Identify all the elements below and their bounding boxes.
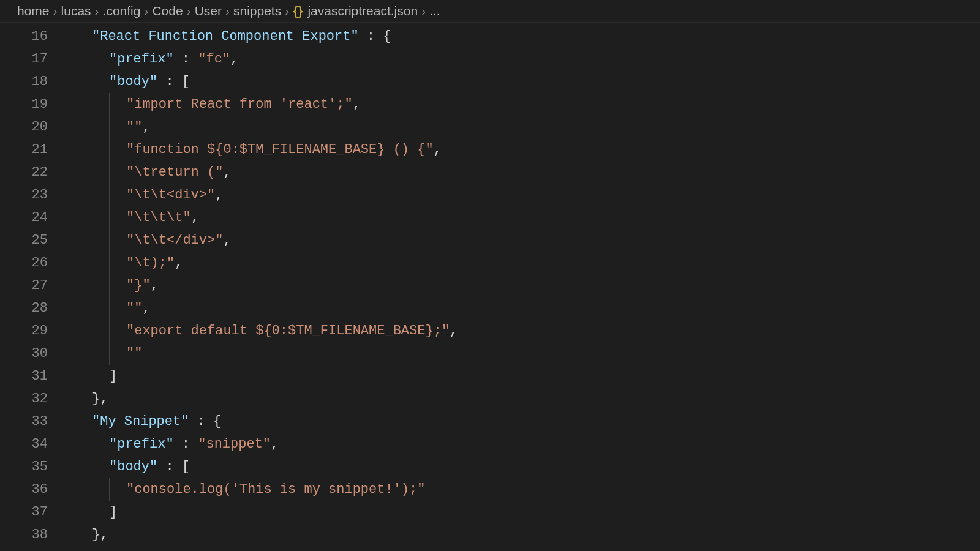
token-key: "My Snippet" [92, 410, 189, 433]
indent-guide [75, 48, 92, 70]
code-line[interactable]: }, [75, 388, 458, 410]
code-line[interactable]: "}", [75, 274, 458, 297]
indent-guide [109, 161, 126, 184]
token-str: "" [126, 297, 142, 320]
indent-guide [92, 206, 109, 229]
indent-guide [109, 93, 126, 116]
indent-guide [92, 320, 109, 342]
indent-guide [109, 274, 126, 297]
indent-guide [92, 365, 109, 388]
chevron-right-icon: › [95, 4, 99, 18]
token-str: "function ${0:$TM_FILENAME_BASE} () {" [126, 138, 434, 161]
indent-guide [109, 478, 126, 501]
token-punc: , [151, 274, 159, 297]
indent-guide [75, 252, 92, 274]
line-number: 37 [0, 501, 48, 523]
breadcrumb-item[interactable]: lucas [61, 4, 91, 18]
indent-guide [92, 138, 109, 161]
token-punc: : [157, 455, 182, 478]
code-line[interactable]: "export default ${0:$TM_FILENAME_BASE};"… [75, 320, 458, 342]
line-number: 31 [0, 365, 48, 388]
token-punc: : [157, 70, 182, 93]
breadcrumb-symbol[interactable]: ... [429, 4, 440, 18]
code-line[interactable]: "" [75, 342, 458, 365]
indent-guide [75, 229, 92, 252]
indent-guide [109, 206, 126, 229]
token-str: "export default ${0:$TM_FILENAME_BASE};" [126, 320, 450, 342]
code-line[interactable]: "\treturn (", [75, 161, 458, 184]
breadcrumb-item[interactable]: Code [152, 4, 183, 18]
indent-guide [92, 70, 109, 93]
token-brace: } [92, 388, 100, 410]
chevron-right-icon: › [225, 4, 230, 18]
code-line[interactable]: "React Function Component Export" : { [75, 25, 458, 48]
token-str: "\treturn (" [126, 161, 223, 184]
code-line[interactable]: "\t);", [75, 252, 458, 274]
token-punc: : [359, 25, 383, 48]
breadcrumb-file[interactable]: {} javascriptreact.json [293, 4, 418, 18]
indent-guide [92, 297, 109, 320]
chevron-right-icon: › [421, 4, 426, 18]
chevron-right-icon: › [144, 4, 148, 18]
token-str: "snippet" [198, 433, 271, 455]
chevron-right-icon: › [53, 4, 58, 18]
code-line[interactable]: }, [75, 523, 458, 546]
token-punc: , [230, 48, 238, 70]
indent-guide [75, 365, 92, 388]
indent-guide [92, 478, 109, 501]
code-line[interactable]: "\t\t\t", [75, 206, 458, 229]
indent-guide [75, 161, 92, 184]
token-punc: , [175, 252, 183, 274]
fold-column [61, 23, 75, 547]
indent-guide [92, 116, 109, 138]
code-line[interactable]: "body" : [ [75, 70, 458, 93]
code-line[interactable]: "import React from 'react';", [75, 93, 458, 116]
breadcrumb-item[interactable]: User [195, 4, 222, 18]
indent-guide [75, 93, 92, 116]
breadcrumb[interactable]: home›lucas›.config›Code›User›snippets›{}… [0, 0, 980, 23]
token-brace: { [213, 410, 221, 433]
code-line[interactable]: "console.log('This is my snippet!');" [75, 478, 458, 501]
indent-guide [75, 342, 92, 365]
indent-guide [92, 161, 109, 184]
indent-guide [109, 297, 126, 320]
indent-guide [75, 184, 92, 206]
code-content[interactable]: "React Function Component Export" : {"pr… [75, 23, 458, 547]
line-number: 17 [0, 48, 48, 70]
code-line[interactable]: "prefix" : "fc", [75, 48, 458, 70]
code-line[interactable]: "function ${0:$TM_FILENAME_BASE} () {", [75, 138, 458, 161]
indent-guide [92, 229, 109, 252]
indent-guide [109, 342, 126, 365]
breadcrumb-item[interactable]: home [17, 4, 50, 18]
code-line[interactable]: "My Snippet" : { [75, 410, 458, 433]
indent-guide [75, 138, 92, 161]
line-number: 27 [0, 274, 48, 297]
token-str: "}" [126, 274, 151, 297]
indent-guide [109, 184, 126, 206]
code-line[interactable]: "", [75, 297, 458, 320]
breadcrumb-item[interactable]: .config [103, 4, 141, 18]
token-key: "body" [109, 70, 157, 93]
indent-guide [92, 184, 109, 206]
code-line[interactable]: ] [75, 501, 458, 523]
code-line[interactable]: "", [75, 116, 458, 138]
code-line[interactable]: "\t\t<div>", [75, 184, 458, 206]
code-line[interactable]: "\t\t</div>", [75, 229, 458, 252]
token-punc: , [191, 206, 199, 229]
line-number: 30 [0, 342, 48, 365]
token-key: "React Function Component Export" [92, 25, 359, 48]
code-line[interactable]: "body" : [ [75, 455, 458, 478]
code-line[interactable]: "prefix" : "snippet", [75, 433, 458, 455]
code-line[interactable]: ] [75, 365, 458, 388]
indent-guide [75, 388, 92, 410]
code-editor[interactable]: 1617181920212223242526272829303132333435… [0, 23, 980, 547]
token-punc: , [271, 433, 279, 455]
token-punc: , [215, 184, 223, 206]
indent-guide [92, 252, 109, 274]
line-number: 22 [0, 161, 48, 184]
indent-guide [75, 410, 92, 433]
token-punc: : [174, 433, 198, 455]
token-key: "prefix" [109, 433, 174, 455]
line-number: 28 [0, 297, 48, 320]
breadcrumb-item[interactable]: snippets [233, 4, 281, 18]
